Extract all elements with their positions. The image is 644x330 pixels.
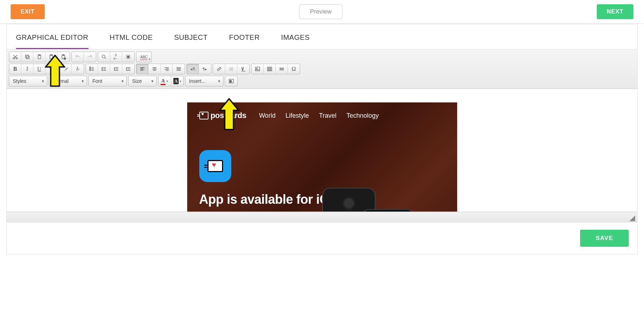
footer-bar: SAVE xyxy=(7,223,637,254)
editor-canvas[interactable]: postcards World Lifestyle Travel Technol… xyxy=(7,89,637,212)
numbered-list-icon[interactable]: 123 xyxy=(86,64,98,74)
replace-icon[interactable]: ba← xyxy=(110,52,122,62)
font-size-dropdown[interactable]: Size▼ xyxy=(128,76,157,86)
svg-rect-3 xyxy=(25,55,28,58)
align-left-icon[interactable] xyxy=(136,64,148,74)
annotation-arrow-1 xyxy=(44,55,66,89)
link-icon[interactable] xyxy=(213,64,225,74)
paste-icon[interactable] xyxy=(33,52,45,62)
svg-rect-25 xyxy=(230,80,232,82)
maximize-icon[interactable] xyxy=(225,76,237,86)
image-icon[interactable] xyxy=(251,64,264,74)
svg-text:3: 3 xyxy=(90,69,91,71)
phone-mockups xyxy=(308,188,415,212)
remove-format-icon[interactable]: Ix xyxy=(72,64,84,74)
postcards-logo-icon xyxy=(199,112,209,119)
align-right-icon[interactable] xyxy=(161,64,173,74)
top-bar: EXIT Preview NEXT xyxy=(0,0,644,24)
nav-link-world: World xyxy=(259,112,276,119)
find-icon[interactable] xyxy=(98,52,110,62)
font-dropdown[interactable]: Font▼ xyxy=(88,76,127,86)
app-icon-graphic xyxy=(207,160,223,172)
tab-subject[interactable]: SUBJECT xyxy=(174,33,208,49)
styles-dropdown[interactable]: Styles▼ xyxy=(9,76,47,86)
toolbar-row-3: Styles▼ Normal▼ Font▼ Size▼ A▾ A▾ Insert… xyxy=(9,76,635,86)
annotation-arrow-2 xyxy=(218,98,240,132)
italic-icon[interactable]: I xyxy=(21,64,33,74)
svg-rect-23 xyxy=(267,67,272,71)
toolbar-row-1: T W ba← xyxy=(9,52,635,62)
cut-icon[interactable] xyxy=(9,52,21,62)
svg-rect-14 xyxy=(127,56,129,58)
save-button[interactable]: SAVE xyxy=(580,230,629,247)
svg-rect-5 xyxy=(39,54,40,55)
underline-icon[interactable]: U xyxy=(33,64,45,74)
insert-dropdown[interactable]: Insert...▼ xyxy=(185,76,223,86)
editor-canvas-wrapper: postcards World Lifestyle Travel Technol… xyxy=(7,89,637,223)
editor-panel: GRAPHICAL EDITOR HTML CODE SUBJECT FOOTE… xyxy=(6,24,638,254)
special-char-icon[interactable]: Ω xyxy=(288,64,300,74)
svg-point-22 xyxy=(256,68,257,69)
bold-icon[interactable]: B xyxy=(9,64,21,74)
tab-graphical-editor[interactable]: GRAPHICAL EDITOR xyxy=(16,33,88,49)
select-all-icon[interactable] xyxy=(122,52,134,62)
phone-back xyxy=(322,188,375,212)
svg-rect-2 xyxy=(26,56,29,59)
phone-front xyxy=(361,209,415,212)
table-icon[interactable] xyxy=(264,64,276,74)
svg-point-0 xyxy=(13,58,15,59)
text-direction-rtl-icon[interactable]: ◂¶ xyxy=(187,64,199,74)
toolbar-row-2: B I U S Ix 123 xyxy=(9,64,635,74)
align-center-icon[interactable] xyxy=(148,64,161,74)
nav-link-lifestyle: Lifestyle xyxy=(286,112,309,119)
svg-point-1 xyxy=(16,58,17,59)
svg-point-20 xyxy=(102,70,102,71)
preview-button[interactable]: Preview xyxy=(299,4,342,19)
svg-point-18 xyxy=(102,67,102,68)
unlink-icon[interactable] xyxy=(225,64,237,74)
copy-icon[interactable] xyxy=(21,52,33,62)
svg-point-19 xyxy=(102,69,102,69)
tab-images[interactable]: IMAGES xyxy=(281,33,310,49)
text-direction-ltr-icon[interactable]: ¶▸ xyxy=(199,64,211,74)
exit-button[interactable]: EXIT xyxy=(11,4,45,19)
tab-html-code[interactable]: HTML CODE xyxy=(110,33,153,49)
redo-icon[interactable] xyxy=(84,52,96,62)
anchor-icon[interactable] xyxy=(237,64,249,74)
nav-link-technology: Technology xyxy=(346,112,379,119)
resize-handle[interactable] xyxy=(7,212,637,223)
horizontal-rule-icon[interactable] xyxy=(276,64,288,74)
app-icon xyxy=(199,150,231,182)
next-button[interactable]: NEXT xyxy=(597,4,633,19)
indent-icon[interactable] xyxy=(122,64,134,74)
nav-link-travel: Travel xyxy=(319,112,336,119)
align-justify-icon[interactable] xyxy=(173,64,185,74)
background-color-icon[interactable]: A▾ xyxy=(171,76,183,86)
svg-point-12 xyxy=(102,55,105,58)
text-color-icon[interactable]: A▾ xyxy=(158,76,171,86)
undo-icon[interactable] xyxy=(72,52,84,62)
spellcheck-icon[interactable]: ABC ▾ xyxy=(136,52,151,62)
outdent-icon[interactable] xyxy=(110,64,122,74)
tab-footer[interactable]: FOOTER xyxy=(229,33,260,49)
rich-text-toolbar: T W ba← xyxy=(7,49,637,89)
editor-tabs: GRAPHICAL EDITOR HTML CODE SUBJECT FOOTE… xyxy=(7,24,637,49)
bullet-list-icon[interactable] xyxy=(98,64,110,74)
